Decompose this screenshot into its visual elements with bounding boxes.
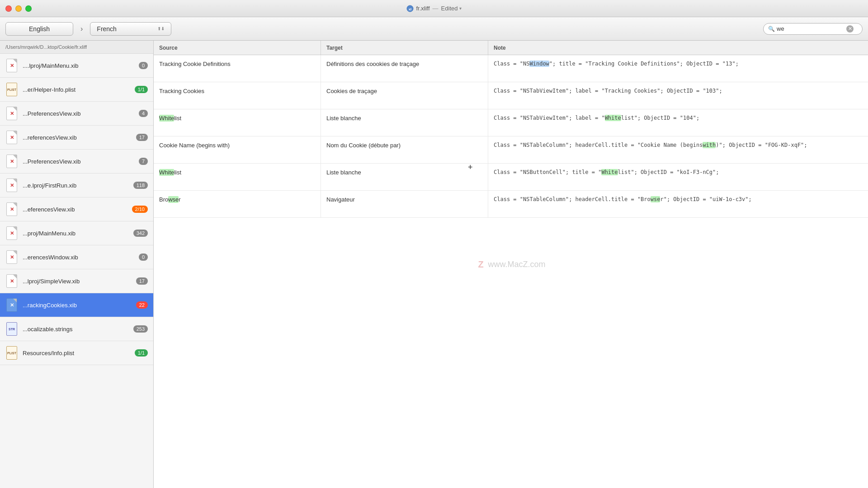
window-controls[interactable]	[5, 5, 32, 12]
source-cell: Browser	[154, 191, 321, 217]
table-row[interactable]: Whitelist Liste blanche Class = "NSTabVi…	[154, 109, 868, 136]
sidebar-item-tracking-cookies[interactable]: ✕ ...rackingCookies.xib 22	[0, 293, 153, 317]
target-cell: Nom du Cookie (débute par)	[321, 136, 488, 163]
target-language-select[interactable]: French ⬆⬇	[90, 22, 171, 36]
sidebar-item-erences-window[interactable]: ✕ ...erencesWindow.xib 0	[0, 245, 153, 269]
titlebar: xl fr.xliff — Edited ▾	[0, 0, 868, 17]
sidebar-item-refs-view[interactable]: ✕ ...referencesView.xib 17	[0, 126, 153, 150]
xib-file-icon: ✕	[5, 226, 18, 240]
target-cell: Cookies de traçage	[321, 82, 488, 109]
note-column-header: Note	[488, 41, 868, 55]
source-column-header: Source	[154, 41, 321, 55]
table-row[interactable]: Browser Navigateur Class = "NSTableColum…	[154, 191, 868, 218]
target-cell: Définitions des coookies de traçage	[321, 55, 488, 82]
clear-search-button[interactable]: ✕	[846, 25, 854, 33]
xib-file-icon: ✕	[5, 154, 18, 169]
search-box[interactable]: 🔍 ✕	[763, 23, 863, 35]
xib-file-icon: ✕	[5, 106, 18, 121]
note-cell: Class = "NSTableColumn"; headerCell.titl…	[488, 191, 868, 217]
xib-file-icon: ✕	[5, 58, 18, 73]
target-cell: Navigateur	[321, 191, 488, 217]
xib-file-icon: ✕	[5, 250, 18, 264]
sidebar-item-first-run[interactable]: ✕ ...e.lproj/FirstRun.xib 118	[0, 174, 153, 197]
maximize-button[interactable]	[25, 5, 32, 12]
sidebar: /Users/mrqwirk/D...ktop/Cookie/fr.xliff …	[0, 41, 154, 488]
main-area: /Users/mrqwirk/D...ktop/Cookie/fr.xliff …	[0, 41, 868, 488]
sidebar-item-prefs-view2[interactable]: ✕ ...PreferencesView.xib 7	[0, 150, 153, 174]
target-cell: Liste blanche	[321, 164, 488, 190]
sidebar-item-prefs-view[interactable]: ✕ ...PreferencesView.xib 4	[0, 102, 153, 126]
edited-label: Edited ▾	[441, 5, 462, 12]
source-cell: Whitelist	[154, 109, 321, 136]
toolbar: English › French ⬆⬇ 🔍 ✕	[0, 17, 868, 41]
close-button[interactable]	[5, 5, 12, 12]
xib-file-icon: ✕	[5, 298, 18, 312]
chevron-down-icon: ⬆⬇	[157, 26, 165, 31]
sidebar-item-helper-info[interactable]: PLIST ...er/Helper-Info.plist 1/1	[0, 78, 153, 102]
sidebar-item-main-menu2[interactable]: ✕ ...proj/MainMenu.xib 342	[0, 221, 153, 245]
source-cell: Tracking Cookies	[154, 82, 321, 109]
breadcrumb: /Users/mrqwirk/D...ktop/Cookie/fr.xliff	[0, 41, 153, 54]
search-input[interactable]	[777, 25, 844, 32]
plist-file-icon: PLIST	[5, 346, 18, 360]
svg-text:xl: xl	[408, 7, 411, 11]
xib-file-icon: ✕	[5, 130, 18, 145]
note-cell: Class = "NSButtonCell"; title = "Whiteli…	[488, 164, 868, 190]
content-area: Source Target Note Tracking Cookie Defin…	[154, 41, 868, 488]
source-cell: Cookie Name (begins with)	[154, 136, 321, 163]
sidebar-item-localizable[interactable]: STR ...ocalizable.strings 253	[0, 317, 153, 341]
note-cell: Class = "NSTabViewItem"; label = "Tracki…	[488, 82, 868, 109]
content-wrapper: Z www.MacZ.com + Source Target Note Trac…	[154, 41, 868, 488]
sidebar-item-main-menu[interactable]: ✕ ....lproj/MainMenu.xib 0	[0, 54, 153, 78]
plist-file-icon: PLIST	[5, 82, 18, 97]
table-row[interactable]: Whitelist Liste blanche Class = "NSButto…	[154, 164, 868, 191]
xib-file-icon: ✕	[5, 178, 18, 192]
table-row[interactable]: Cookie Name (begins with) Nom du Cookie …	[154, 136, 868, 164]
xib-file-icon: ✕	[5, 202, 18, 216]
xliff-icon: xl	[406, 5, 414, 12]
note-cell: Class = "NSTabViewItem"; label = "Whitel…	[488, 109, 868, 136]
source-cell: Whitelist	[154, 164, 321, 190]
chevron-down-icon: ▾	[459, 6, 462, 11]
target-cell: Liste blanche	[321, 109, 488, 136]
titlebar-text: xl fr.xliff — Edited ▾	[406, 5, 462, 12]
filename: fr.xliff	[416, 5, 430, 12]
search-icon: 🔍	[768, 26, 775, 32]
strings-file-icon: STR	[5, 322, 18, 336]
note-cell: Class = "NSTableColumn"; headerCell.titl…	[488, 136, 868, 163]
target-column-header: Target	[321, 41, 488, 55]
table-row[interactable]: Tracking Cookies Cookies de traçage Clas…	[154, 82, 868, 109]
table-row[interactable]: Tracking Cookie Definitions Définitions …	[154, 55, 868, 82]
table-body: Tracking Cookie Definitions Définitions …	[154, 55, 868, 488]
sidebar-item-erences-view[interactable]: ✕ ...eferencesView.xib 2/10	[0, 197, 153, 221]
minimize-button[interactable]	[15, 5, 22, 12]
xib-file-icon: ✕	[5, 274, 18, 288]
sidebar-item-resources-info[interactable]: PLIST Resources/Info.plist 1/1	[0, 341, 153, 365]
note-cell: Class = "NSWindow"; title = "Tracking Co…	[488, 55, 868, 82]
swap-language-button[interactable]: ›	[77, 23, 86, 35]
table-header: Source Target Note	[154, 41, 868, 55]
source-language-button[interactable]: English	[5, 22, 73, 36]
sidebar-item-simple-view[interactable]: ✕ ...lproj/SimpleView.xib 17	[0, 269, 153, 293]
separator: —	[433, 5, 439, 12]
source-cell: Tracking Cookie Definitions	[154, 55, 321, 82]
